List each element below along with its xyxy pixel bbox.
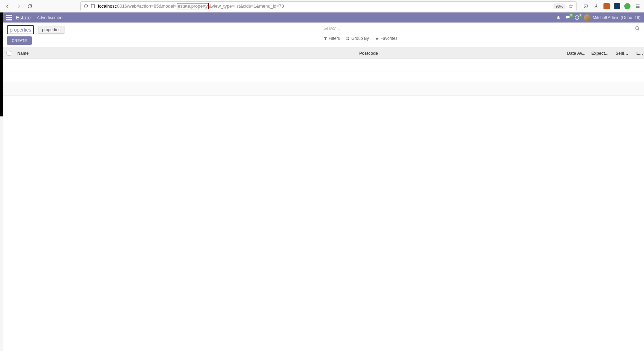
column-postcode[interactable]: Postcode — [356, 51, 564, 56]
column-selling[interactable]: Selling ... — [613, 51, 634, 56]
select-all-checkbox[interactable] — [3, 51, 15, 55]
filter-row: Filters Group By Favorites — [324, 36, 640, 41]
star-filled-icon — [375, 37, 379, 41]
table-area: Name Postcode Date Av... Expect... Selli… — [3, 47, 644, 96]
control-panel: properties properties CREATE Filters — [3, 23, 644, 47]
back-button[interactable] — [3, 1, 12, 11]
avatar — [584, 14, 591, 21]
search-row — [324, 25, 640, 33]
filter-icon — [324, 37, 327, 41]
hamburger-icon[interactable] — [634, 3, 641, 10]
column-li[interactable]: Li... — [634, 51, 644, 56]
svg-rect-5 — [347, 39, 348, 40]
create-button[interactable]: CREATE — [7, 36, 32, 45]
download-icon[interactable] — [593, 3, 600, 10]
zoom-badge[interactable]: 90% — [554, 3, 565, 9]
table-body — [3, 59, 644, 96]
pocket-icon[interactable] — [582, 3, 589, 10]
black-sidebar-strip — [0, 12, 3, 116]
user-menu[interactable]: Mitchell Admin (Odoo_16) — [584, 14, 641, 21]
table-row — [3, 59, 644, 71]
groupby-icon — [346, 37, 350, 41]
apps-icon[interactable] — [6, 15, 12, 20]
tooltip: properties — [38, 26, 64, 34]
column-date-available[interactable]: Date Av... — [564, 51, 589, 56]
search-icon[interactable] — [635, 26, 640, 31]
chat-icon[interactable]: 5 — [565, 15, 570, 20]
extension-1-icon[interactable] — [603, 3, 610, 10]
breadcrumb: properties — [7, 25, 34, 34]
svg-point-2 — [636, 27, 639, 30]
table-header: Name Postcode Date Av... Expect... Selli… — [3, 48, 644, 59]
url-bar[interactable]: localhost:8016/web#action=85&model=estat… — [80, 1, 577, 11]
user-name: Mitchell Admin (Odoo_16) — [593, 15, 641, 20]
nav-right: 5 2 Mitchell Admin (Odoo_16) — [556, 14, 641, 21]
activity-badge: 2 — [579, 14, 582, 17]
app-container: Estate Advertisement 5 2 Mitchell Admin … — [3, 12, 644, 351]
top-nav: Estate Advertisement 5 2 Mitchell Admin … — [3, 12, 644, 23]
column-name[interactable]: Name — [15, 51, 356, 56]
forward-button[interactable] — [14, 1, 24, 11]
app-name[interactable]: Estate — [16, 15, 31, 20]
groupby-button[interactable]: Group By — [346, 36, 369, 41]
bell-icon[interactable] — [556, 15, 561, 20]
column-expected[interactable]: Expect... — [589, 51, 613, 56]
table-spacer — [3, 71, 644, 82]
svg-rect-4 — [348, 37, 349, 38]
svg-rect-0 — [91, 4, 95, 8]
star-icon[interactable] — [568, 3, 574, 9]
svg-rect-3 — [347, 37, 348, 38]
toolbar-icons — [582, 3, 641, 10]
table-row — [3, 82, 644, 96]
activity-icon[interactable]: 2 — [574, 15, 580, 20]
search-input[interactable] — [324, 25, 635, 32]
extension-2-icon[interactable] — [614, 3, 620, 10]
extension-3-icon[interactable] — [624, 3, 631, 10]
url-security-icons — [83, 4, 95, 9]
svg-rect-6 — [348, 39, 349, 40]
nav-buttons — [3, 1, 35, 11]
chat-badge: 5 — [569, 14, 573, 17]
browser-chrome: localhost:8016/web#action=85&model=estat… — [0, 0, 644, 12]
reload-button[interactable] — [25, 1, 35, 11]
url-host: localhost — [98, 3, 116, 9]
url-text: localhost:8016/web#action=85&model=estat… — [98, 3, 551, 9]
shield-icon — [83, 4, 88, 9]
page-icon — [90, 4, 95, 9]
favorites-button[interactable]: Favorites — [375, 36, 397, 41]
nav-menu-advertisement[interactable]: Advertisement — [37, 15, 64, 20]
url-highlight: estate.property — [177, 3, 209, 9]
filters-button[interactable]: Filters — [324, 36, 340, 41]
